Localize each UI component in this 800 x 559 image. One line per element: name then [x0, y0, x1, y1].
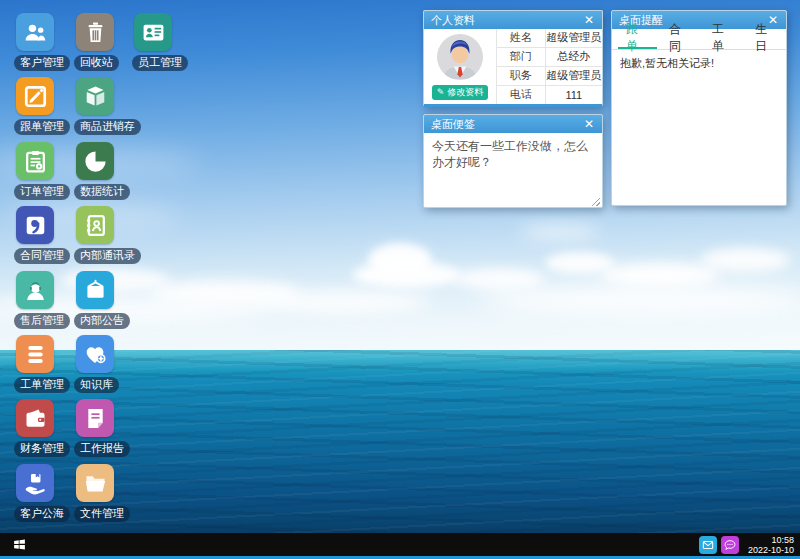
support-agent-icon	[16, 271, 54, 309]
profile-title: 个人资料	[431, 13, 475, 28]
desktop-icon-label: 工作报告	[74, 441, 130, 457]
desktop-icon-employee-management[interactable]: 员工管理	[132, 13, 202, 71]
profile-row-name: 姓名 超级管理员	[497, 29, 603, 47]
contract-seal-icon	[16, 206, 54, 244]
desktop-icon-label: 文件管理	[74, 506, 130, 522]
id-card-icon	[134, 13, 172, 51]
desktop-icon-label: 内部公告	[74, 313, 130, 329]
profile-row-department: 部门 总经办	[497, 47, 603, 66]
contacts-book-icon	[76, 206, 114, 244]
desktop-icon-file-management[interactable]: 文件管理	[74, 464, 144, 522]
taskbar-clock[interactable]: 10:58 2022-10-10	[748, 535, 794, 555]
reminder-panel: 桌面提醒 ✕ 跟单 合同 工单 生日 抱歉,暂无相关记录!	[611, 10, 787, 206]
note-content: 今天还有一些工作没做，怎么办才好呢？	[432, 139, 588, 169]
clock-date: 2022-10-10	[748, 545, 794, 555]
cloud	[455, 268, 545, 290]
note-panel: 桌面便签 ✕ 今天还有一些工作没做，怎么办才好呢？	[423, 114, 603, 208]
cloud	[352, 262, 462, 288]
reminder-tabs: 跟单 合同 工单 生日	[612, 29, 786, 50]
list-bars-icon	[16, 335, 54, 373]
note-textarea[interactable]: 今天还有一些工作没做，怎么办才好呢？	[424, 133, 602, 208]
desktop-icon-label: 员工管理	[132, 55, 188, 71]
heart-plus-icon	[76, 335, 114, 373]
wallet-icon	[16, 399, 54, 437]
profile-body: ✎ 修改资料 姓名 超级管理员 部门 总经办 职务 超级管理员 电话 111	[424, 29, 602, 105]
notice-board-icon	[76, 271, 114, 309]
avatar	[436, 33, 484, 81]
users-icon	[16, 13, 54, 51]
desktop-icon-label: 内部通讯录	[74, 248, 141, 264]
edit-square-icon	[16, 77, 54, 115]
edit-icon: ✎	[437, 87, 445, 98]
taskbar: 10:58 2022-10-10	[0, 533, 800, 556]
desktop-icon-label: 知识库	[74, 377, 119, 393]
edit-profile-button[interactable]: ✎ 修改资料	[432, 85, 489, 100]
desktop-icon-internal-contacts[interactable]: 内部通讯录	[74, 206, 144, 264]
windows-logo-icon	[12, 537, 27, 552]
cloud	[520, 225, 600, 239]
close-icon[interactable]: ✕	[583, 118, 595, 130]
resize-handle-icon[interactable]	[590, 196, 600, 206]
desktop-icon-knowledge-base[interactable]: 知识库	[74, 335, 144, 393]
profile-row-position: 职务 超级管理员	[497, 66, 603, 85]
field-label: 姓名	[497, 29, 546, 47]
desktop-icon-label: 回收站	[74, 55, 119, 71]
desktop-icon-label: 客户管理	[14, 55, 70, 71]
desktop-icon-label: 跟单管理	[14, 119, 70, 135]
report-page-icon	[76, 399, 114, 437]
close-icon[interactable]: ✕	[583, 14, 595, 26]
desktop-icon-label: 数据统计	[74, 184, 130, 200]
cloud	[480, 285, 800, 315]
field-label: 电话	[497, 85, 546, 104]
pie-chart-icon	[76, 142, 114, 180]
field-label: 职务	[497, 66, 546, 85]
edit-profile-label: 修改资料	[447, 87, 483, 98]
desktop-icon-data-statistics[interactable]: 数据统计	[74, 142, 144, 200]
desktop-icon-work-report[interactable]: 工作报告	[74, 399, 144, 457]
clock-time: 10:58	[748, 535, 794, 545]
start-button[interactable]	[10, 536, 28, 554]
desktop-icon-label: 售后管理	[14, 313, 70, 329]
cloud	[250, 290, 430, 314]
field-value: 超级管理员	[545, 66, 602, 85]
tab-contract[interactable]: 合同	[661, 29, 700, 49]
hand-box-icon	[16, 464, 54, 502]
profile-row-phone: 电话 111	[497, 85, 603, 104]
desktop-icon-label: 订单管理	[14, 184, 70, 200]
profile-panel: 个人资料 ✕ ✎ 修改资料	[423, 10, 603, 107]
open-folder-icon	[76, 464, 114, 502]
tab-follow-up[interactable]: 跟单	[618, 29, 657, 49]
field-value: 总经办	[545, 47, 602, 66]
cloud	[700, 248, 790, 272]
field-value: 111	[545, 85, 602, 104]
desktop-icon-label: 商品进销存	[74, 119, 141, 135]
field-value: 超级管理员	[545, 29, 602, 47]
profile-table: 姓名 超级管理员 部门 总经办 职务 超级管理员 电话 111	[496, 29, 602, 105]
tab-work-order[interactable]: 工单	[704, 29, 743, 49]
desktop-icon-label: 客户公海	[14, 506, 70, 522]
chat-icon[interactable]	[721, 536, 739, 554]
clipboard-gear-icon	[16, 142, 54, 180]
desktop-icon-label: 合同管理	[14, 248, 70, 264]
desktop-icon-label: 工单管理	[14, 377, 70, 393]
profile-titlebar[interactable]: 个人资料 ✕	[424, 11, 602, 29]
field-label: 部门	[497, 47, 546, 66]
system-tray: 10:58 2022-10-10	[699, 535, 794, 555]
desktop-icon-internal-announcement[interactable]: 内部公告	[74, 271, 144, 329]
note-title: 桌面便签	[431, 117, 475, 132]
note-titlebar[interactable]: 桌面便签 ✕	[424, 115, 602, 133]
desktop-icon-inventory[interactable]: 商品进销存	[74, 77, 144, 135]
profile-left-column: ✎ 修改资料	[424, 29, 496, 105]
open-box-icon	[76, 77, 114, 115]
tab-birthday[interactable]: 生日	[747, 29, 786, 49]
trash-icon	[76, 13, 114, 51]
desktop-icon-label: 财务管理	[14, 441, 70, 457]
mail-icon[interactable]	[699, 536, 717, 554]
